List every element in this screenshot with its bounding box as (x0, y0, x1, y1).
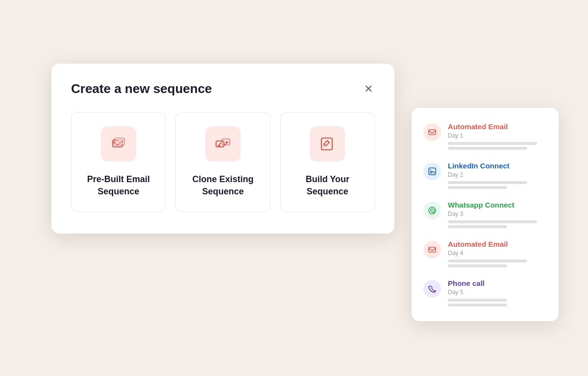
list-item[interactable]: Automated Email Day 4 (419, 235, 551, 272)
seq-bar-1 (448, 220, 537, 223)
seq-item-bars (448, 299, 547, 306)
pre-built-card[interactable]: Pre-Built Email Sequence (71, 112, 166, 212)
phone-icon-circle (423, 280, 441, 298)
seq-item-day: Day 3 (448, 211, 547, 217)
email-icon (428, 128, 437, 137)
seq-bar-2 (448, 264, 507, 267)
build-label: Build Your Sequence (291, 173, 365, 198)
edit-pencil-icon (318, 135, 336, 153)
linkedin-icon-circle (423, 163, 441, 180)
seq-item-day: Day 5 (448, 289, 547, 296)
phone-icon (428, 284, 437, 293)
list-item[interactable]: Automated Email Day 1 (419, 118, 551, 155)
seq-item-bars (448, 142, 547, 150)
email-icon-2 (428, 245, 437, 254)
seq-bar-1 (448, 259, 527, 262)
email-icon-circle-2 (423, 241, 441, 258)
modal-title: Create a new sequence (71, 81, 212, 96)
build-card[interactable]: Build Your Sequence (280, 112, 375, 212)
linkedin-icon (428, 167, 437, 176)
seq-item-title: LinkedIn Connect (448, 162, 547, 170)
list-item[interactable]: Phone call Day 5 (419, 274, 551, 311)
list-item[interactable]: Whatsapp Connect Day 3 (419, 196, 551, 233)
list-item[interactable]: LinkedIn Connect Day 2 (419, 157, 551, 194)
seq-item-bars (448, 181, 547, 189)
seq-item-content: LinkedIn Connect Day 2 (448, 162, 547, 189)
seq-bar-2 (448, 147, 527, 150)
seq-bar-1 (448, 299, 507, 302)
seq-item-bars (448, 259, 547, 267)
seq-bar-1 (448, 181, 527, 184)
seq-bar-1 (448, 142, 537, 145)
seq-item-bars (448, 220, 547, 228)
close-button[interactable]: ✕ (362, 82, 375, 96)
seq-bar-2 (448, 304, 507, 306)
seq-item-content: Phone call Day 5 (448, 279, 547, 306)
seq-item-day: Day 4 (448, 250, 547, 257)
seq-bar-2 (448, 186, 507, 189)
modal-header: Create a new sequence ✕ (71, 81, 375, 96)
card-container: Pre-Built Email Sequence Clone Existing … (71, 112, 375, 212)
seq-item-title: Automated Email (448, 122, 547, 131)
seq-bar-2 (448, 225, 507, 228)
sequence-panel: Automated Email Day 1 LinkedIn Connect D… (412, 108, 559, 321)
clone-arrows-icon (214, 135, 232, 153)
email-stacked-icon (110, 135, 127, 153)
whatsapp-icon-circle (423, 202, 441, 219)
close-icon: ✕ (364, 83, 373, 95)
svg-rect-5 (429, 130, 436, 135)
clone-label: Clone Existing Sequence (186, 173, 260, 198)
clone-icon-wrapper (205, 126, 241, 162)
seq-item-content: Automated Email Day 4 (448, 240, 547, 267)
svg-point-7 (430, 169, 431, 170)
svg-rect-9 (429, 247, 436, 252)
seq-item-title: Whatsapp Connect (448, 201, 547, 209)
seq-item-title: Phone call (448, 279, 547, 287)
whatsapp-icon (428, 206, 437, 215)
pre-built-icon-wrapper (101, 126, 136, 162)
seq-item-day: Day 1 (448, 132, 547, 139)
seq-item-title: Automated Email (448, 240, 547, 248)
pre-built-label: Pre-Built Email Sequence (81, 173, 155, 198)
email-icon-circle (423, 123, 441, 141)
seq-item-content: Whatsapp Connect Day 3 (448, 201, 547, 228)
create-sequence-modal: Create a new sequence ✕ Pre-Built Email … (51, 64, 394, 234)
svg-rect-1 (115, 138, 124, 145)
build-icon-wrapper (310, 126, 345, 162)
seq-item-day: Day 2 (448, 171, 547, 178)
clone-card[interactable]: Clone Existing Sequence (175, 112, 270, 212)
seq-item-content: Automated Email Day 1 (448, 122, 547, 150)
